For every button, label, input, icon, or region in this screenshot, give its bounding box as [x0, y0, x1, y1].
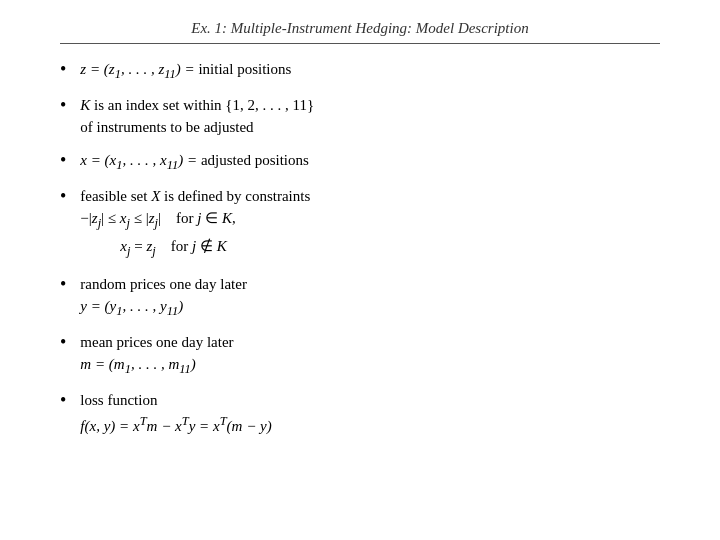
- bullet-dot: •: [60, 56, 66, 83]
- list-item: • x = (x1, . . . , x11) = adjusted posit…: [60, 149, 660, 175]
- math-expression: m = (m1, . . . , m11): [80, 356, 195, 372]
- bullet-content: x = (x1, . . . , x11) = adjusted positio…: [80, 149, 660, 175]
- bullet-dot: •: [60, 329, 66, 356]
- bullet-content: mean prices one day later m = (m1, . . .…: [80, 331, 660, 379]
- page-title: Ex. 1: Multiple-Instrument Hedging: Mode…: [191, 20, 528, 36]
- page-container: Ex. 1: Multiple-Instrument Hedging: Mode…: [0, 0, 720, 540]
- math-expression: f(x, y) = xTm − xTy = xT(m − y): [80, 418, 271, 434]
- title-divider: [60, 43, 660, 44]
- math-expression: y = (y1, . . . , y11): [80, 298, 183, 314]
- bullet-content: random prices one day later y = (y1, . .…: [80, 273, 660, 321]
- list-item: • mean prices one day later m = (m1, . .…: [60, 331, 660, 379]
- list-item: • feasible set X is defined by constrain…: [60, 185, 660, 263]
- list-item: • z = (z1, . . . , z11) = initial positi…: [60, 58, 660, 84]
- bullet-dot: •: [60, 271, 66, 298]
- bullet-content: feasible set X is defined by constraints…: [80, 185, 660, 263]
- bullet-content: loss function f(x, y) = xTm − xTy = xT(m…: [80, 389, 660, 437]
- list-item: • K is an index set within {1, 2, . . . …: [60, 94, 660, 139]
- constraints-block: −|zj| ≤ xj ≤ |zj| for j ∈ K, xj = zj for…: [80, 188, 660, 261]
- math-expression: x = (x1, . . . , x11) =: [80, 152, 197, 168]
- content-list: • z = (z1, . . . , z11) = initial positi…: [60, 58, 660, 437]
- constraint-line-1: −|zj| ≤ xj ≤ |zj| for j ∈ K,: [80, 207, 660, 233]
- list-item: • loss function f(x, y) = xTm − xTy = xT…: [60, 389, 660, 437]
- bullet-dot: •: [60, 183, 66, 210]
- constraint-line-2: xj = zj for j ∉ K: [80, 235, 660, 261]
- bullet-content: z = (z1, . . . , z11) = initial position…: [80, 58, 660, 84]
- bullet-dot: •: [60, 92, 66, 119]
- bullet-dot: •: [60, 147, 66, 174]
- title-section: Ex. 1: Multiple-Instrument Hedging: Mode…: [60, 20, 660, 37]
- list-item: • random prices one day later y = (y1, .…: [60, 273, 660, 321]
- math-expression: z = (z1, . . . , z11) =: [80, 61, 194, 77]
- bullet-dot: •: [60, 387, 66, 414]
- bullet-content: K is an index set within {1, 2, . . . , …: [80, 94, 660, 139]
